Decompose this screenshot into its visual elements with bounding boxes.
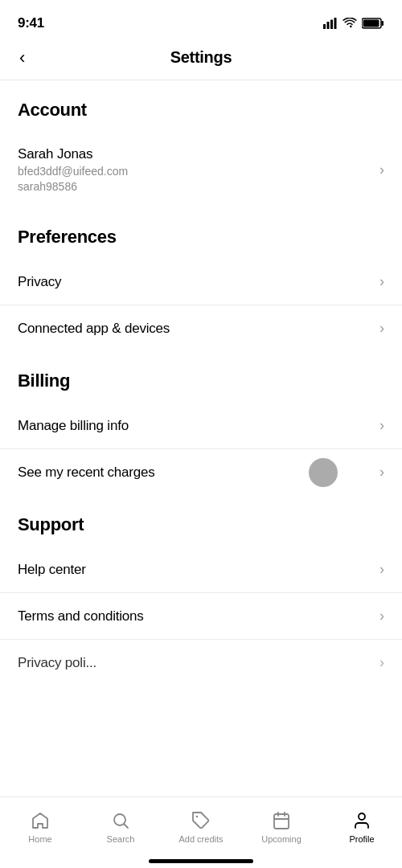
nav-item-search[interactable]: Search <box>80 805 161 849</box>
support-section-title: Support <box>0 495 402 547</box>
account-username: sarah98586 <box>18 180 371 193</box>
account-email: bfed3ddf@uifeed.com <box>18 165 371 178</box>
help-center-label: Help center <box>18 562 371 578</box>
svg-rect-5 <box>382 21 384 26</box>
connected-apps-label: Connected app & devices <box>18 321 371 337</box>
partial-item[interactable]: Privacy poli... › <box>0 639 402 686</box>
chevron-icon: › <box>379 273 384 290</box>
support-section: Support Help center › Terms and conditio… <box>0 495 402 639</box>
svg-rect-2 <box>330 20 333 30</box>
recent-charges-item[interactable]: See my recent charges › <box>0 449 402 495</box>
privacy-item[interactable]: Privacy › <box>0 259 402 305</box>
nav-item-upcoming[interactable]: Upcoming <box>241 805 322 849</box>
upcoming-label: Upcoming <box>261 834 302 844</box>
svg-line-8 <box>125 825 129 829</box>
search-label: Search <box>107 834 135 844</box>
bottom-nav: Home Search Add credits <box>0 796 402 868</box>
terms-item[interactable]: Terms and conditions › <box>0 593 402 639</box>
nav-item-add-credits[interactable]: Add credits <box>161 805 241 849</box>
home-indicator <box>149 859 253 863</box>
home-icon <box>30 810 51 831</box>
manage-billing-label: Manage billing info <box>18 418 371 434</box>
account-info: Sarah Jonas bfed3ddf@uifeed.com sarah985… <box>18 146 371 193</box>
help-center-content: Help center <box>18 562 371 578</box>
manage-billing-item[interactable]: Manage billing info › <box>0 403 402 449</box>
billing-section-title: Billing <box>0 351 402 403</box>
chevron-icon: › <box>379 561 384 578</box>
svg-rect-10 <box>274 814 289 829</box>
help-center-item[interactable]: Help center › <box>0 547 402 593</box>
status-bar: 9:41 <box>0 0 402 40</box>
account-name: Sarah Jonas <box>18 146 371 162</box>
status-time: 9:41 <box>18 15 44 31</box>
home-label: Home <box>28 834 51 844</box>
nav-item-profile[interactable]: Profile <box>322 805 402 849</box>
terms-label: Terms and conditions <box>18 608 371 624</box>
chevron-icon: › <box>379 162 384 178</box>
account-section-title: Account <box>0 80 402 132</box>
preferences-section: Preferences Privacy › Connected app & de… <box>0 207 402 351</box>
svg-rect-0 <box>323 24 326 29</box>
connected-apps-item[interactable]: Connected app & devices › <box>0 305 402 351</box>
chevron-icon: › <box>379 608 384 624</box>
svg-rect-1 <box>327 22 330 29</box>
wifi-icon <box>343 18 357 29</box>
profile-icon <box>351 810 372 831</box>
page-header: ‹ Settings <box>0 40 402 80</box>
preferences-section-title: Preferences <box>0 207 402 259</box>
terms-content: Terms and conditions <box>18 608 371 624</box>
search-icon <box>110 810 131 831</box>
chevron-icon: › <box>379 654 384 671</box>
settings-content: Account Sarah Jonas bfed3ddf@uifeed.com … <box>0 80 402 750</box>
upcoming-icon <box>271 810 292 831</box>
billing-section: Billing Manage billing info › See my rec… <box>0 351 402 495</box>
privacy-label: Privacy <box>18 274 371 290</box>
account-section: Account Sarah Jonas bfed3ddf@uifeed.com … <box>0 80 402 207</box>
signal-icon <box>323 18 338 29</box>
chevron-icon: › <box>379 417 384 434</box>
battery-icon <box>362 18 384 29</box>
svg-rect-6 <box>363 20 379 27</box>
add-credits-icon <box>191 810 211 831</box>
back-button[interactable]: ‹ <box>16 44 28 72</box>
add-credits-label: Add credits <box>178 834 223 844</box>
chevron-icon: › <box>379 464 384 481</box>
connected-apps-content: Connected app & devices <box>18 321 371 337</box>
account-profile-item[interactable]: Sarah Jonas bfed3ddf@uifeed.com sarah985… <box>0 132 402 207</box>
partial-item-content: Privacy poli... <box>18 655 371 671</box>
svg-rect-3 <box>334 18 337 29</box>
drag-circle <box>309 458 338 487</box>
chevron-icon: › <box>379 320 384 337</box>
profile-label: Profile <box>349 834 374 844</box>
status-icons <box>323 18 384 29</box>
page-title: Settings <box>170 48 232 67</box>
partial-item-label: Privacy poli... <box>18 655 371 671</box>
manage-billing-content: Manage billing info <box>18 418 371 434</box>
svg-point-14 <box>359 813 365 820</box>
nav-item-home[interactable]: Home <box>0 805 80 849</box>
privacy-content: Privacy <box>18 274 371 290</box>
